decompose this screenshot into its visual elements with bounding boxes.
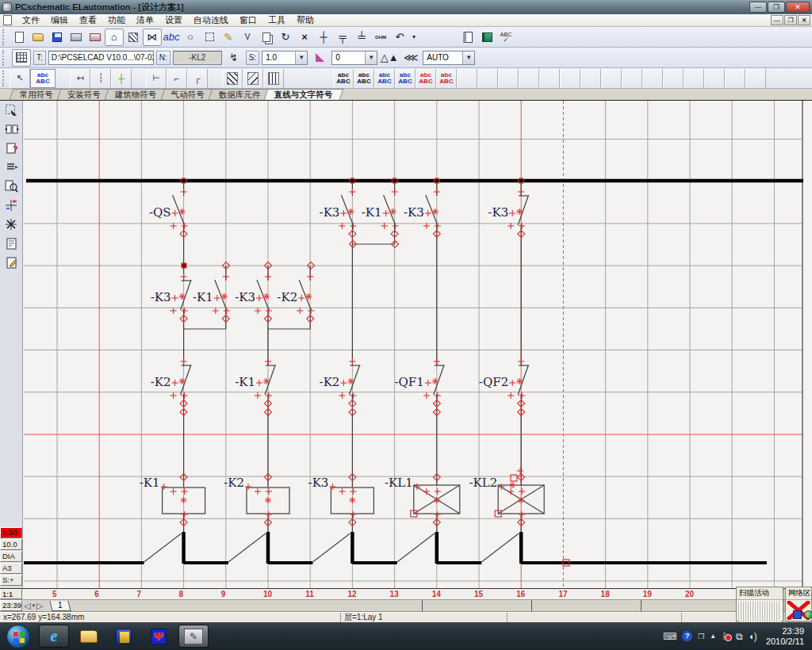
keyboard-tray-icon[interactable]: ⌨ [663,632,676,641]
tab-常用符号[interactable]: 常用符号 [10,89,64,100]
menu-item-8[interactable]: 窗口 [234,13,262,27]
area-select-button[interactable] [200,29,219,46]
line-tool-6[interactable]: ┌ [187,69,208,88]
pin-up-button[interactable]: ╤ [333,29,352,46]
rotate-button[interactable]: ↻ [276,29,295,46]
symbol-book-icon[interactable] [0,120,23,139]
menu-item-6[interactable]: 设置 [159,13,188,27]
print-button[interactable] [67,29,86,46]
mirror-button[interactable]: △▲ [380,49,399,67]
scale-select[interactable]: 1.0▼ [262,51,308,65]
copy-button[interactable] [257,29,276,46]
symbol-bowtie-button[interactable]: ⋈ [143,29,162,46]
document-list-icon[interactable] [0,234,23,253]
schematic-canvas[interactable]: -QS-K3-K1-K3-K3-K3-K1-K3-K2-K2-K1-K2-QF1… [23,101,812,588]
text-style-button-3[interactable]: abcABC [374,69,395,88]
register-button[interactable] [458,29,477,46]
volume-tray-icon[interactable]: ◖) [749,632,757,641]
text-style-button-2[interactable]: abcABC [354,69,374,88]
globe-tray-icon[interactable] [804,610,812,619]
book-help-icon[interactable]: ? [0,139,23,158]
help-tray-icon[interactable]: ? [682,631,692,641]
update-icon[interactable]: ↯ [224,49,243,67]
text-mode-button[interactable]: abc [162,29,181,46]
tab-直线与文字符号[interactable]: 直线与文字符号 [264,89,343,100]
chevron-down-icon[interactable]: ▼ [365,52,377,64]
text-style-button-5[interactable]: abcABC [416,69,436,88]
page-forward-button[interactable]: ▷ [36,601,43,610]
page-history-dropdown[interactable]: ▾ [32,602,35,609]
menu-item-10[interactable]: 帮助 [291,13,320,27]
taskbar-clock[interactable]: 23:392010/2/11 [766,626,804,647]
save-tray-icon[interactable] [793,610,802,619]
menu-item-7[interactable]: 自动连线 [188,13,234,27]
menu-item-9[interactable]: 工具 [262,13,291,27]
mdi-minimize-button[interactable]: — [771,15,783,25]
line-tool-5[interactable]: ⌐ [167,69,187,88]
tab-气动符号[interactable]: 气动符号 [160,89,215,100]
line-tool-1[interactable]: ↤ [70,69,90,88]
angle-select[interactable]: 0▼ [331,51,377,65]
database-button[interactable] [477,29,496,46]
text-tool-button[interactable]: abcABC [30,69,56,88]
maximize-button[interactable]: ❐ [768,2,785,13]
chevron-down-icon[interactable]: ▼ [462,52,474,64]
show-hidden-icons-button[interactable]: ▲ [710,632,716,641]
text-style-button-1[interactable]: abcABC [333,69,354,88]
menu-item-1[interactable]: 文件 [17,13,45,27]
symbol-grid-button[interactable] [12,49,31,67]
hatch-tool-1[interactable] [222,69,243,88]
line-tool-4[interactable]: ⊢ [146,69,167,88]
mdi-close-button[interactable]: ✕ [798,15,810,25]
taskbar-pcschematic-button[interactable]: ✎ [178,625,209,648]
select-grid-icon[interactable] [0,101,23,120]
hatch-tool-3[interactable] [263,69,284,88]
page-tab-1[interactable]: 1 [50,601,71,611]
v-tool-button[interactable]: V [238,29,257,46]
pin-down-button[interactable]: ╧ [352,29,371,46]
crosshair-snap-icon[interactable] [0,196,23,215]
action-center-icon[interactable]: ⚐ [722,632,730,641]
pencil-tool-button[interactable]: ✎ [219,29,238,46]
taskbar-trident-button[interactable]: Ψ [144,625,174,648]
close-button[interactable]: ✕ [786,2,810,13]
delete-button[interactable]: × [295,29,314,46]
taskbar-media-button[interactable] [109,625,139,648]
document-edit-icon[interactable] [0,253,23,272]
mdi-restore-button[interactable]: ❐ [784,15,797,25]
zoom-ratio-cell[interactable]: 1:1 [0,589,22,599]
title-field[interactable]: D:\PCSELCAD V10.0...\07-02-0 [48,51,154,65]
tab-数据库元件[interactable]: 数据库元件 [208,89,270,100]
move-button[interactable]: ┼ [314,29,333,46]
menu-item-4[interactable]: 功能 [102,13,131,27]
line-tool-2[interactable]: ┆ [90,69,111,88]
text-style-button-6[interactable]: abcABC [436,69,457,88]
minimize-button[interactable]: — [749,2,767,13]
ohm-meter-button[interactable]: OHM [371,29,390,46]
page-back-button[interactable]: ◁ [24,601,30,610]
hatch-tool-2[interactable] [243,69,263,88]
list-menu-icon[interactable] [0,158,23,177]
tab-建筑物符号[interactable]: 建筑物符号 [105,89,167,100]
mode-select[interactable]: AUTO▼ [423,51,475,65]
line-mode-button[interactable] [124,29,143,46]
open-button[interactable] [29,29,48,46]
network-tray-icon[interactable]: ⧉ [736,632,743,641]
menu-item-5[interactable]: 清单 [131,13,159,27]
line-tool-3[interactable]: ┼ [111,69,132,88]
snap-button[interactable]: ⋘ [401,49,420,67]
start-button[interactable] [6,625,30,648]
menu-item-2[interactable]: 编辑 [45,13,74,27]
save-button[interactable] [48,29,67,46]
taskbar-ie-button[interactable]: e [39,625,69,648]
spellcheck-button[interactable]: ABC✓ [496,29,515,46]
taskbar-folder-button[interactable] [74,625,104,648]
pointer-tool-button[interactable]: ↖ [10,69,30,88]
undo-dropdown[interactable]: ▾ [409,29,419,46]
print-setup-button[interactable] [86,29,105,46]
tab-安装符号[interactable]: 安装符号 [57,89,112,100]
chevron-down-icon[interactable]: ▼ [295,52,307,64]
menu-item-3[interactable]: 查看 [74,13,102,27]
find-symbol-icon[interactable] [0,177,23,196]
crosshair-off-icon[interactable] [0,215,23,234]
